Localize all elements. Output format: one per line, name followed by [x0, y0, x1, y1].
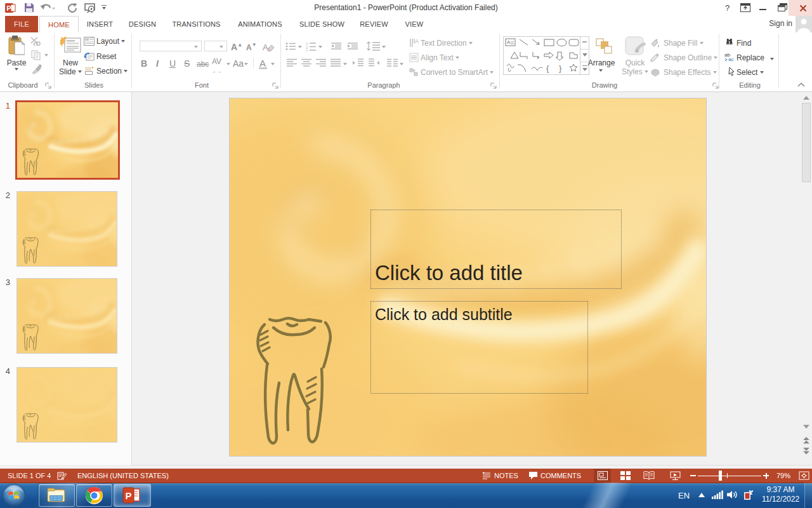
svg-text:P: P: [6, 4, 11, 12]
svg-text:{: {: [546, 64, 549, 73]
svg-text:3: 3: [306, 50, 308, 51]
svg-text:ac: ac: [728, 57, 733, 62]
svg-text:P: P: [125, 490, 131, 501]
svg-text:}: }: [559, 64, 562, 73]
svg-text:A: A: [507, 39, 511, 45]
svg-text:A: A: [415, 38, 419, 44]
